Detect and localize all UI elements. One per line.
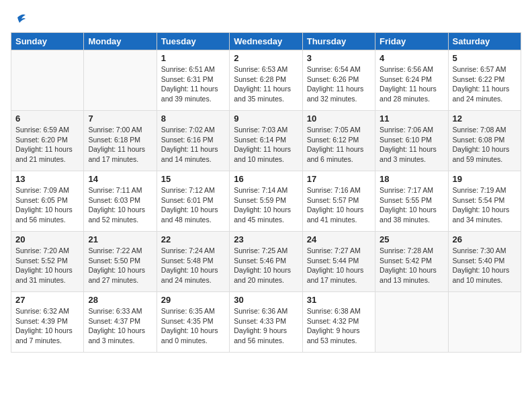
day-number: 26 xyxy=(453,234,517,244)
day-number: 6 xyxy=(15,113,79,124)
day-cell: 24Sunrise: 7:27 AM Sunset: 5:44 PM Dayli… xyxy=(302,232,375,292)
day-cell: 31Sunrise: 6:38 AM Sunset: 4:32 PM Dayli… xyxy=(302,292,375,353)
day-number: 22 xyxy=(161,234,225,244)
day-cell: 23Sunrise: 7:25 AM Sunset: 5:46 PM Dayli… xyxy=(230,232,302,292)
day-info: Sunrise: 7:03 AM Sunset: 6:14 PM Dayligh… xyxy=(234,125,298,165)
day-info: Sunrise: 7:16 AM Sunset: 5:57 PM Dayligh… xyxy=(307,185,371,225)
day-info: Sunrise: 7:02 AM Sunset: 6:16 PM Dayligh… xyxy=(161,125,225,165)
column-header-tuesday: Tuesday xyxy=(157,33,229,50)
day-cell: 11Sunrise: 7:06 AM Sunset: 6:10 PM Dayli… xyxy=(375,111,448,171)
day-cell: 26Sunrise: 7:30 AM Sunset: 5:40 PM Dayli… xyxy=(448,232,521,292)
week-row-5: 27Sunrise: 6:32 AM Sunset: 4:39 PM Dayli… xyxy=(11,292,521,353)
day-info: Sunrise: 7:20 AM Sunset: 5:52 PM Dayligh… xyxy=(15,246,79,285)
day-number: 1 xyxy=(161,53,225,63)
day-number: 4 xyxy=(380,53,443,63)
day-cell: 25Sunrise: 7:28 AM Sunset: 5:42 PM Dayli… xyxy=(375,232,448,292)
day-info: Sunrise: 6:56 AM Sunset: 6:24 PM Dayligh… xyxy=(380,64,443,104)
week-row-1: 1Sunrise: 6:51 AM Sunset: 6:31 PM Daylig… xyxy=(11,50,521,111)
day-info: Sunrise: 7:11 AM Sunset: 6:03 PM Dayligh… xyxy=(88,185,152,225)
day-number: 31 xyxy=(307,295,371,305)
day-cell: 5Sunrise: 6:57 AM Sunset: 6:22 PM Daylig… xyxy=(448,50,521,111)
day-cell xyxy=(11,50,84,111)
day-number: 25 xyxy=(380,234,443,244)
day-cell: 13Sunrise: 7:09 AM Sunset: 6:05 PM Dayli… xyxy=(11,171,84,232)
day-number: 30 xyxy=(234,295,298,305)
column-header-wednesday: Wednesday xyxy=(230,33,302,50)
day-number: 5 xyxy=(453,53,517,63)
day-cell: 27Sunrise: 6:32 AM Sunset: 4:39 PM Dayli… xyxy=(11,292,84,353)
day-cell: 6Sunrise: 6:59 AM Sunset: 6:20 PM Daylig… xyxy=(11,111,84,171)
day-info: Sunrise: 7:30 AM Sunset: 5:40 PM Dayligh… xyxy=(453,246,517,285)
day-cell: 1Sunrise: 6:51 AM Sunset: 6:31 PM Daylig… xyxy=(157,50,229,111)
day-info: Sunrise: 6:54 AM Sunset: 6:26 PM Dayligh… xyxy=(307,64,371,104)
week-row-2: 6Sunrise: 6:59 AM Sunset: 6:20 PM Daylig… xyxy=(11,111,521,171)
day-info: Sunrise: 6:59 AM Sunset: 6:20 PM Dayligh… xyxy=(15,125,79,165)
day-info: Sunrise: 6:36 AM Sunset: 4:33 PM Dayligh… xyxy=(234,306,298,346)
day-cell: 8Sunrise: 7:02 AM Sunset: 6:16 PM Daylig… xyxy=(157,111,229,171)
day-cell: 29Sunrise: 6:35 AM Sunset: 4:35 PM Dayli… xyxy=(157,292,229,353)
day-number: 17 xyxy=(307,174,371,184)
day-cell xyxy=(375,292,448,353)
day-number: 11 xyxy=(380,113,443,124)
day-info: Sunrise: 7:08 AM Sunset: 6:08 PM Dayligh… xyxy=(453,125,517,165)
day-cell: 2Sunrise: 6:53 AM Sunset: 6:28 PM Daylig… xyxy=(230,50,302,111)
column-header-saturday: Saturday xyxy=(448,33,521,50)
day-number: 16 xyxy=(234,174,298,184)
day-number: 23 xyxy=(234,234,298,244)
day-number: 15 xyxy=(161,174,225,184)
week-row-3: 13Sunrise: 7:09 AM Sunset: 6:05 PM Dayli… xyxy=(11,171,521,232)
day-cell: 16Sunrise: 7:14 AM Sunset: 5:59 PM Dayli… xyxy=(230,171,302,232)
day-number: 29 xyxy=(161,295,225,305)
day-cell: 21Sunrise: 7:22 AM Sunset: 5:50 PM Dayli… xyxy=(84,232,157,292)
day-info: Sunrise: 6:53 AM Sunset: 6:28 PM Dayligh… xyxy=(234,64,298,104)
day-cell: 4Sunrise: 6:56 AM Sunset: 6:24 PM Daylig… xyxy=(375,50,448,111)
day-number: 10 xyxy=(307,113,371,124)
day-number: 13 xyxy=(15,174,79,184)
day-cell xyxy=(448,292,521,353)
day-info: Sunrise: 7:12 AM Sunset: 6:01 PM Dayligh… xyxy=(161,185,225,225)
header xyxy=(11,11,521,26)
day-cell: 20Sunrise: 7:20 AM Sunset: 5:52 PM Dayli… xyxy=(11,232,84,292)
calendar-body: 1Sunrise: 6:51 AM Sunset: 6:31 PM Daylig… xyxy=(11,50,521,353)
day-info: Sunrise: 7:09 AM Sunset: 6:05 PM Dayligh… xyxy=(15,185,79,225)
day-number: 2 xyxy=(234,53,298,63)
column-header-monday: Monday xyxy=(84,33,157,50)
day-number: 8 xyxy=(161,113,225,124)
day-info: Sunrise: 7:14 AM Sunset: 5:59 PM Dayligh… xyxy=(234,185,298,225)
day-info: Sunrise: 7:19 AM Sunset: 5:54 PM Dayligh… xyxy=(453,185,517,225)
day-cell: 10Sunrise: 7:05 AM Sunset: 6:12 PM Dayli… xyxy=(302,111,375,171)
day-number: 19 xyxy=(453,174,517,184)
day-number: 18 xyxy=(380,174,443,184)
day-cell: 17Sunrise: 7:16 AM Sunset: 5:57 PM Dayli… xyxy=(302,171,375,232)
day-cell xyxy=(84,50,157,111)
day-cell: 15Sunrise: 7:12 AM Sunset: 6:01 PM Dayli… xyxy=(157,171,229,232)
week-row-4: 20Sunrise: 7:20 AM Sunset: 5:52 PM Dayli… xyxy=(11,232,521,292)
day-number: 28 xyxy=(88,295,152,305)
day-number: 7 xyxy=(88,113,152,124)
day-info: Sunrise: 6:35 AM Sunset: 4:35 PM Dayligh… xyxy=(161,306,225,346)
day-number: 14 xyxy=(88,174,152,184)
day-number: 24 xyxy=(307,234,371,244)
day-info: Sunrise: 7:00 AM Sunset: 6:18 PM Dayligh… xyxy=(88,125,152,165)
day-number: 3 xyxy=(307,53,371,63)
day-number: 9 xyxy=(234,113,298,124)
day-number: 20 xyxy=(15,234,79,244)
day-info: Sunrise: 7:17 AM Sunset: 5:55 PM Dayligh… xyxy=(380,185,443,225)
day-cell: 22Sunrise: 7:24 AM Sunset: 5:48 PM Dayli… xyxy=(157,232,229,292)
day-info: Sunrise: 7:25 AM Sunset: 5:46 PM Dayligh… xyxy=(234,246,298,285)
day-number: 12 xyxy=(453,113,517,124)
calendar: SundayMondayTuesdayWednesdayThursdayFrid… xyxy=(11,32,521,353)
day-cell: 18Sunrise: 7:17 AM Sunset: 5:55 PM Dayli… xyxy=(375,171,448,232)
day-info: Sunrise: 6:51 AM Sunset: 6:31 PM Dayligh… xyxy=(161,64,225,104)
day-cell: 28Sunrise: 6:33 AM Sunset: 4:37 PM Dayli… xyxy=(84,292,157,353)
day-cell: 19Sunrise: 7:19 AM Sunset: 5:54 PM Dayli… xyxy=(448,171,521,232)
day-info: Sunrise: 6:57 AM Sunset: 6:22 PM Dayligh… xyxy=(453,64,517,104)
day-cell: 3Sunrise: 6:54 AM Sunset: 6:26 PM Daylig… xyxy=(302,50,375,111)
day-info: Sunrise: 6:32 AM Sunset: 4:39 PM Dayligh… xyxy=(15,306,79,346)
column-header-sunday: Sunday xyxy=(11,33,84,50)
day-info: Sunrise: 7:05 AM Sunset: 6:12 PM Dayligh… xyxy=(307,125,371,165)
day-info: Sunrise: 7:28 AM Sunset: 5:42 PM Dayligh… xyxy=(380,246,443,285)
day-number: 21 xyxy=(88,234,152,244)
calendar-header-row: SundayMondayTuesdayWednesdayThursdayFrid… xyxy=(11,33,521,50)
day-info: Sunrise: 6:38 AM Sunset: 4:32 PM Dayligh… xyxy=(307,306,371,346)
